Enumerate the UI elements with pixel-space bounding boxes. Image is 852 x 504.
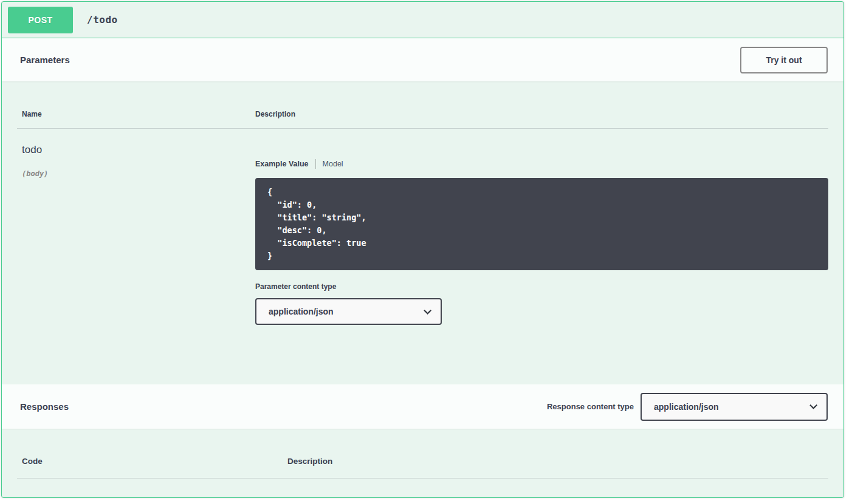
- endpoint-path: /todo: [87, 14, 118, 26]
- column-header-name: Name: [17, 110, 255, 118]
- response-content-type-group: Response content type application/json: [547, 393, 828, 421]
- response-content-type-value: application/json: [654, 402, 719, 412]
- method-badge: POST: [8, 7, 73, 33]
- parameter-name-cell: todo (body): [17, 129, 255, 384]
- parameters-table-header: Name Description: [17, 81, 828, 129]
- parameter-row-todo: todo (body) Example Value Model { "id": …: [17, 129, 828, 384]
- response-content-type-select[interactable]: application/json: [641, 393, 828, 421]
- column-header-description: Description: [255, 110, 828, 118]
- response-content-type-label: Response content type: [547, 402, 634, 411]
- tab-model[interactable]: Model: [323, 160, 343, 168]
- opblock-post-todo: POST /todo Parameters Try it out Name De…: [1, 1, 844, 498]
- parameter-content-type-label: Parameter content type: [255, 282, 828, 291]
- parameters-table: Name Description todo (body) Example Val…: [2, 81, 843, 384]
- chevron-down-icon: [809, 401, 817, 409]
- parameters-title: Parameters: [20, 55, 70, 65]
- column-header-code: Code: [17, 457, 287, 466]
- responses-table-header: Code Description: [17, 429, 828, 478]
- model-example-tabs: Example Value Model: [255, 159, 828, 169]
- responses-section-header: Responses Response content type applicat…: [2, 384, 843, 429]
- parameter-name: todo: [22, 144, 255, 156]
- try-it-out-button[interactable]: Try it out: [740, 47, 828, 73]
- column-header-response-description: Description: [287, 457, 828, 466]
- tab-example-value[interactable]: Example Value: [255, 160, 309, 168]
- responses-title: Responses: [20, 401, 69, 412]
- parameter-content-type-select[interactable]: application/json: [255, 298, 442, 325]
- parameter-location: (body): [22, 169, 255, 178]
- parameter-content-type-value: application/json: [269, 307, 334, 316]
- example-value-code[interactable]: { "id": 0, "title": "string", "desc": 0,…: [255, 178, 828, 270]
- operation-summary[interactable]: POST /todo: [2, 2, 843, 38]
- tab-separator: [315, 159, 316, 169]
- parameter-description-cell: Example Value Model { "id": 0, "title": …: [255, 129, 828, 384]
- responses-table: Code Description: [2, 429, 843, 478]
- parameters-section-header: Parameters Try it out: [2, 38, 843, 81]
- chevron-down-icon: [424, 307, 431, 315]
